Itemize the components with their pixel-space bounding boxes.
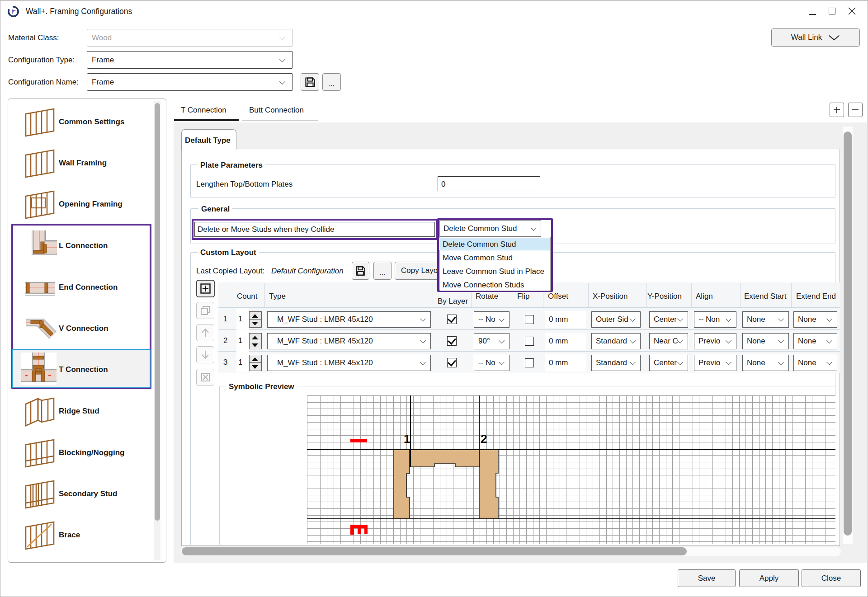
svg-text:1: 1 xyxy=(404,432,410,446)
svg-text:2: 2 xyxy=(481,432,487,446)
